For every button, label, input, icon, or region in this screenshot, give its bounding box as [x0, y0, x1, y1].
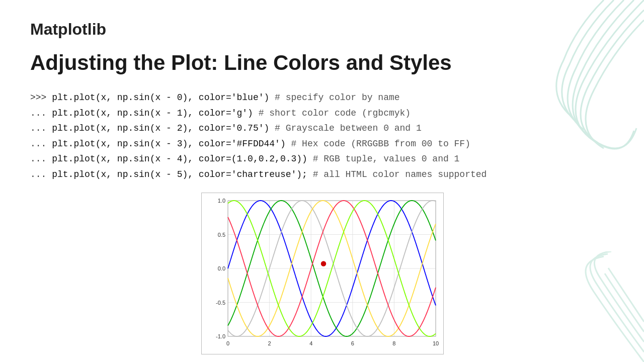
- prompt: ...: [30, 139, 52, 149]
- code-line: ... plt.plot(x, np.sin(x - 5), color='ch…: [30, 167, 614, 183]
- comment: # specify color by name: [275, 93, 399, 103]
- prompt: ...: [30, 169, 52, 179]
- comment: # Hex code (RRGGBB from 00 to FF): [291, 139, 470, 149]
- sine-plot: [201, 193, 444, 354]
- code-line: ... plt.plot(x, np.sin(x - 2), color='0.…: [30, 121, 614, 136]
- code-line: ... plt.plot(x, np.sin(x - 3), color='#F…: [30, 136, 614, 152]
- code-line: ... plt.plot(x, np.sin(x - 4), color=(1.…: [30, 151, 614, 167]
- code-line: >>> plt.plot(x, np.sin(x - 0), color='bl…: [30, 90, 614, 106]
- prompt: ...: [30, 123, 52, 133]
- prompt: >>>: [30, 93, 52, 103]
- comment: # short color code (rgbcmyk): [259, 108, 411, 118]
- prompt: ...: [30, 154, 52, 164]
- prompt: ...: [30, 108, 52, 118]
- main-content: Matplotlib Adjusting the Plot: Line Colo…: [0, 0, 644, 362]
- comment: # Grayscale between 0 and 1: [275, 123, 422, 133]
- slide-title: Adjusting the Plot: Line Colors and Styl…: [30, 51, 614, 75]
- chart-area: [30, 193, 614, 353]
- comment: # all HTML color names supported: [313, 169, 487, 179]
- chart-container: [201, 193, 443, 353]
- code-line: ... plt.plot(x, np.sin(x - 1), color='g'…: [30, 106, 614, 121]
- brand-title: Matplotlib: [30, 20, 614, 39]
- code-block: >>> plt.plot(x, np.sin(x - 0), color='bl…: [30, 90, 614, 183]
- comment: # RGB tuple, values 0 and 1: [313, 154, 460, 164]
